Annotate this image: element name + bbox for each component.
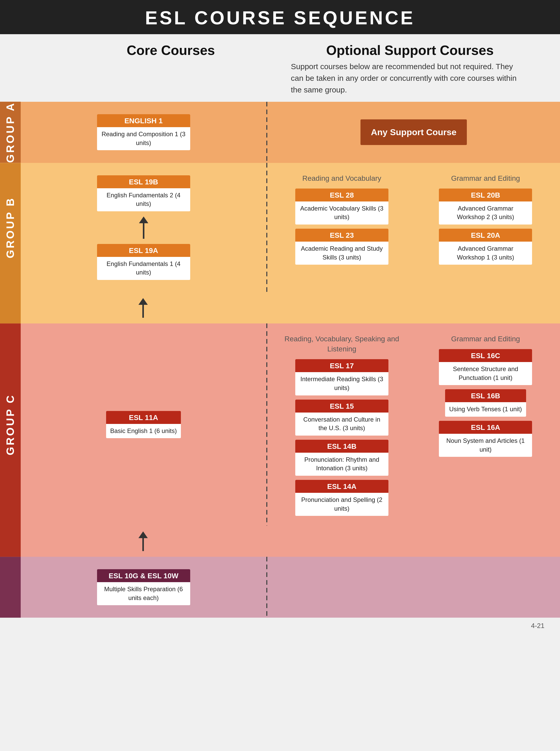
arrow-cd-section xyxy=(0,526,560,557)
esl16a-header: ESL 16A xyxy=(439,421,532,434)
header: ESL COURSE SEQUENCE xyxy=(0,0,560,34)
arrow-shaft-bc xyxy=(142,305,144,318)
group-b-section: GROUP B ESL 19B English Fundamentals 2 (… xyxy=(0,163,560,292)
esl20b-box: ESL 20B Advanced Grammar Workshop 2 (3 u… xyxy=(439,189,532,225)
arrow-shaft-b1 xyxy=(143,223,144,239)
page: ESL COURSE SEQUENCE Core Courses Optiona… xyxy=(0,0,560,751)
english1-box: ENGLISH 1 Reading and Composition 1 (3 u… xyxy=(97,114,190,150)
esl15-header: ESL 15 xyxy=(295,400,388,412)
group-c-support: Reading, Vocabulary, Speaking and Listen… xyxy=(267,324,560,526)
group-d-core: ESL 10G & ESL 10W Multiple Skills Prepar… xyxy=(21,557,266,618)
arrow-cd xyxy=(138,532,148,551)
esl15-box: ESL 15 Conversation and Culture in the U… xyxy=(295,400,388,436)
group-c-left-label: Reading, Vocabulary, Speaking and Listen… xyxy=(273,334,411,354)
esl16b-box: ESL 16B Using Verb Tenses (1 unit) xyxy=(445,389,526,417)
arrow-head-cd xyxy=(138,532,148,538)
esl20a-header: ESL 20A xyxy=(439,229,532,242)
esl11a-desc: Basic English 1 (6 units) xyxy=(106,424,181,439)
esl16b-desc: Using Verb Tenses (1 unit) xyxy=(445,402,526,417)
esl20a-box: ESL 20A Advanced Grammar Workshop 1 (3 u… xyxy=(439,229,532,265)
group-b-support: Reading and Vocabulary ESL 28 Academic V… xyxy=(267,163,560,292)
group-b-cat-labels: Reading and Vocabulary ESL 28 Academic V… xyxy=(273,171,555,267)
arrow-head-bc xyxy=(138,298,148,305)
esl16c-header: ESL 16C xyxy=(439,349,532,362)
group-b-left-col: Reading and Vocabulary ESL 28 Academic V… xyxy=(273,171,411,267)
esl28-header: ESL 28 xyxy=(295,189,388,201)
group-c-section: GROUP C ESL 11A Basic English 1 (6 units… xyxy=(0,324,560,526)
esl19a-desc: English Fundamentals 1 (4 units) xyxy=(97,257,190,280)
esl23-desc: Academic Reading and Study Skills (3 uni… xyxy=(295,242,388,265)
esl10-header: ESL 10G & ESL 10W xyxy=(97,569,190,582)
esl28-desc: Academic Vocabulary Skills (3 units) xyxy=(295,201,388,225)
esl19a-box: ESL 19A English Fundamentals 1 (4 units) xyxy=(97,244,190,280)
divider-line-d xyxy=(266,557,267,618)
divider-d xyxy=(266,557,267,618)
esl17-header: ESL 17 xyxy=(295,359,388,372)
group-b-left-label: Reading and Vocabulary xyxy=(302,173,381,184)
esl14b-box: ESL 14B Pronunciation: Rhythm and Intona… xyxy=(295,440,388,476)
group-d-label xyxy=(0,557,21,618)
esl19b-header: ESL 19B xyxy=(97,175,190,188)
esl14b-desc: Pronunciation: Rhythm and Intonation (3 … xyxy=(295,453,388,476)
group-c-left-col: Reading, Vocabulary, Speaking and Listen… xyxy=(273,331,411,518)
esl23-header: ESL 23 xyxy=(295,229,388,242)
group-d-support xyxy=(267,557,560,618)
divider-line-c xyxy=(266,324,267,526)
subtitle-row: Core Courses Optional Support Courses xyxy=(0,34,560,61)
esl14b-header: ESL 14B xyxy=(295,440,388,453)
footer: 4-21 xyxy=(0,618,560,634)
group-c-core: ESL 11A Basic English 1 (6 units) xyxy=(21,324,266,526)
arrow-shaft-cd xyxy=(142,538,144,551)
group-c-right-col: Grammar and Editing ESL 16C Sentence Str… xyxy=(416,331,555,518)
any-support-box: Any Support Course xyxy=(360,119,467,145)
esl28-box: ESL 28 Academic Vocabulary Skills (3 uni… xyxy=(295,189,388,225)
esl11a-header: ESL 11A xyxy=(106,411,181,424)
arrow-head-b1 xyxy=(139,216,148,223)
esl17-desc: Intermediate Reading Skills (3 units) xyxy=(295,372,388,395)
description-row: Support courses below are recommended bu… xyxy=(0,61,560,102)
divider-line-a xyxy=(266,102,267,163)
group-a-label: GROUP A xyxy=(0,102,21,163)
esl23-box: ESL 23 Academic Reading and Study Skills… xyxy=(295,229,388,265)
esl14a-header: ESL 14A xyxy=(295,480,388,493)
divider-c xyxy=(266,324,267,526)
esl20b-header: ESL 20B xyxy=(439,189,532,201)
group-b-right-label: Grammar and Editing xyxy=(451,173,520,184)
group-d-section: ESL 10G & ESL 10W Multiple Skills Prepar… xyxy=(0,557,560,618)
esl16c-desc: Sentence Structure and Punctuation (1 un… xyxy=(439,362,532,385)
esl11a-box: ESL 11A Basic English 1 (6 units) xyxy=(106,411,181,439)
group-c-cat-labels: Reading, Vocabulary, Speaking and Listen… xyxy=(273,331,555,518)
esl20a-desc: Advanced Grammar Workshop 1 (3 units) xyxy=(439,242,532,265)
group-b-core: ESL 19B English Fundamentals 2 (4 units)… xyxy=(21,163,266,292)
esl14a-box: ESL 14A Pronunciation and Spelling (2 un… xyxy=(295,480,388,516)
group-a-support: Any Support Course xyxy=(267,102,560,163)
group-c-label: GROUP C xyxy=(0,324,21,526)
divider-b xyxy=(266,163,267,292)
group-c-right-label: Grammar and Editing xyxy=(451,334,520,344)
arrow-b1 xyxy=(139,216,148,239)
esl19a-header: ESL 19A xyxy=(97,244,190,257)
esl14a-desc: Pronunciation and Spelling (2 units) xyxy=(295,493,388,516)
group-a-core: ENGLISH 1 Reading and Composition 1 (3 u… xyxy=(21,102,266,163)
core-label: Core Courses xyxy=(52,42,290,58)
divider-a xyxy=(266,102,267,163)
footer-note: 4-21 xyxy=(531,622,544,630)
esl10-box: ESL 10G & ESL 10W Multiple Skills Prepar… xyxy=(97,569,190,605)
esl17-box: ESL 17 Intermediate Reading Skills (3 un… xyxy=(295,359,388,395)
esl15-desc: Conversation and Culture in the U.S. (3 … xyxy=(295,412,388,436)
esl19b-desc: English Fundamentals 2 (4 units) xyxy=(97,188,190,211)
core-desc-placeholder xyxy=(52,61,285,96)
english1-header: ENGLISH 1 xyxy=(97,114,190,127)
arrow-bc xyxy=(138,298,148,318)
page-title: ESL COURSE SEQUENCE xyxy=(0,7,560,28)
arrow-bc-section xyxy=(0,292,560,324)
esl19b-box: ESL 19B English Fundamentals 2 (4 units) xyxy=(97,175,190,211)
optional-description: Support courses below are recommended bu… xyxy=(286,61,529,96)
esl16a-desc: Noun System and Articles (1 unit) xyxy=(439,434,532,457)
optional-label: Optional Support Courses xyxy=(291,42,529,58)
english1-desc: Reading and Composition 1 (3 units) xyxy=(97,127,190,150)
esl10-desc: Multiple Skills Preparation (6 units eac… xyxy=(97,582,190,605)
esl16b-header: ESL 16B xyxy=(445,389,526,402)
divider-line-b xyxy=(266,163,267,292)
group-b-right-col: Grammar and Editing ESL 20B Advanced Gra… xyxy=(416,171,555,267)
